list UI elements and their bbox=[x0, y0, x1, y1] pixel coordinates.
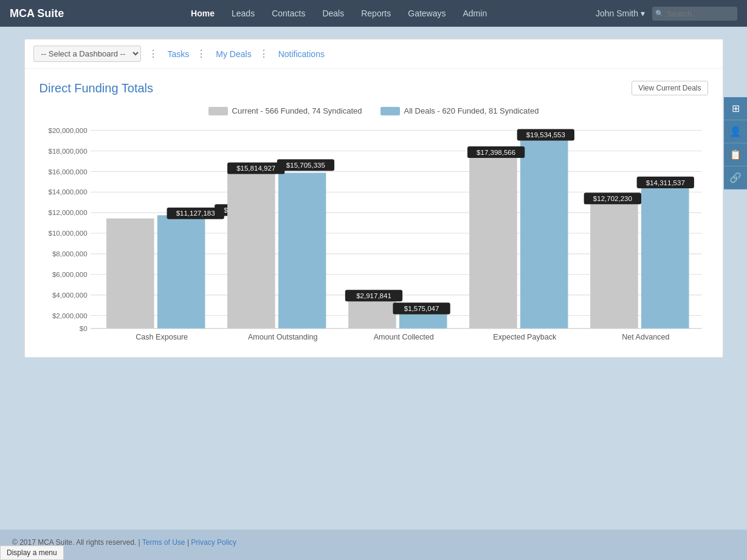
svg-text:$10,000,000: $10,000,000 bbox=[48, 230, 87, 237]
nav-item-admin[interactable]: Admin bbox=[463, 8, 487, 19]
xlabel-outstanding: Amount Outstanding bbox=[247, 333, 317, 341]
bar-cash-exposure-current bbox=[106, 219, 154, 329]
user-dropdown-icon: ▾ bbox=[641, 9, 645, 18]
sidebar-dashboard-button[interactable]: ⊞ bbox=[724, 97, 747, 120]
view-current-deals-button[interactable]: View Current Deals bbox=[632, 81, 707, 95]
label-collected-all: $1,575,047 bbox=[404, 305, 439, 312]
privacy-policy-link[interactable]: Privacy Policy bbox=[191, 538, 236, 547]
legend-all-label: All Deals - 620 Funded, 81 Syndicated bbox=[404, 106, 539, 115]
nav-item-gateways[interactable]: Gateways bbox=[408, 8, 446, 19]
svg-text:$14,000,000: $14,000,000 bbox=[48, 188, 87, 196]
label-payback-all: $19,534,553 bbox=[526, 131, 565, 138]
panel-toolbar: -- Select a Dashboard -- ⋮ Tasks ⋮ My De… bbox=[25, 39, 723, 69]
chart-section: Direct Funding Totals View Current Deals… bbox=[25, 69, 723, 357]
nav-link-gateways[interactable]: Gateways bbox=[408, 9, 446, 18]
bar-chart-svg: $20,000,000 $18,000,000 $16,000,000 $14,… bbox=[40, 124, 708, 343]
tasks-link[interactable]: Tasks bbox=[168, 49, 190, 59]
bar-chart-wrapper: $20,000,000 $18,000,000 $16,000,000 $14,… bbox=[40, 124, 708, 343]
bar-advanced-all bbox=[641, 186, 689, 329]
xlabel-collected: Amount Collected bbox=[373, 333, 433, 341]
dashboard-options-button[interactable]: ⋮ bbox=[146, 47, 160, 61]
label-advanced-current: $12,702,230 bbox=[593, 195, 632, 202]
xlabel-payback: Expected Payback bbox=[493, 333, 557, 341]
my-deals-options-button[interactable]: ⋮ bbox=[256, 47, 271, 61]
nav-item-contacts[interactable]: Contacts bbox=[272, 8, 305, 19]
legend-current-swatch bbox=[208, 107, 228, 115]
svg-text:$0: $0 bbox=[79, 325, 87, 332]
bar-outstanding-current bbox=[227, 171, 275, 328]
footer-separator: | bbox=[187, 538, 189, 547]
svg-text:$20,000,000: $20,000,000 bbox=[48, 127, 87, 134]
xlabel-advanced: Net Advanced bbox=[622, 333, 669, 341]
bar-payback-current bbox=[469, 156, 517, 329]
svg-text:$4,000,000: $4,000,000 bbox=[52, 292, 87, 299]
nav-links: Home Leads Contacts Deals Reports Gatewa… bbox=[82, 8, 596, 19]
sidebar-contacts-button[interactable]: 👤 bbox=[724, 120, 747, 143]
svg-text:$12,000,000: $12,000,000 bbox=[48, 209, 87, 216]
svg-text:$6,000,000: $6,000,000 bbox=[52, 271, 87, 278]
bar-cash-exposure-all bbox=[157, 215, 205, 328]
legend-current: Current - 566 Funded, 74 Syndicated bbox=[208, 106, 362, 115]
xlabel-cash: Cash Exposure bbox=[136, 333, 188, 341]
nav-link-admin[interactable]: Admin bbox=[463, 9, 487, 18]
gateway-icon: 🔗 bbox=[729, 172, 742, 183]
username: John Smith bbox=[596, 9, 638, 18]
bar-payback-all bbox=[520, 135, 568, 329]
nav-link-leads[interactable]: Leads bbox=[232, 9, 255, 18]
nav-item-home[interactable]: Home bbox=[191, 8, 215, 19]
legend-all-swatch bbox=[380, 107, 400, 115]
sidebar-gateway-button[interactable]: 🔗 bbox=[724, 166, 747, 190]
contacts-icon: 👤 bbox=[729, 126, 742, 137]
svg-text:$2,000,000: $2,000,000 bbox=[52, 312, 87, 319]
bar-advanced-current bbox=[590, 202, 638, 329]
dashboard-panel: -- Select a Dashboard -- ⋮ Tasks ⋮ My De… bbox=[24, 39, 723, 358]
main-content: -- Select a Dashboard -- ⋮ Tasks ⋮ My De… bbox=[0, 27, 747, 530]
search-wrap bbox=[652, 7, 737, 21]
nav-link-deals[interactable]: Deals bbox=[322, 9, 344, 18]
bar-collected-all bbox=[399, 313, 447, 328]
label-outstanding-all: $15,705,335 bbox=[286, 162, 325, 169]
label-outstanding-current: $15,814,927 bbox=[236, 165, 275, 172]
nav-item-leads[interactable]: Leads bbox=[232, 8, 255, 19]
nav-link-reports[interactable]: Reports bbox=[361, 9, 391, 18]
chart-header: Direct Funding Totals View Current Deals bbox=[40, 81, 708, 95]
dashboard-select[interactable]: -- Select a Dashboard -- bbox=[33, 46, 141, 62]
svg-text:$8,000,000: $8,000,000 bbox=[52, 250, 87, 258]
dashboard-icon: ⊞ bbox=[732, 103, 740, 114]
reports-icon: 📋 bbox=[729, 149, 742, 160]
chart-legend: Current - 566 Funded, 74 Syndicated All … bbox=[40, 106, 708, 115]
svg-text:$16,000,000: $16,000,000 bbox=[48, 168, 87, 176]
sidebar-reports-button[interactable]: 📋 bbox=[724, 143, 747, 166]
label-collected-current: $2,917,841 bbox=[356, 292, 391, 299]
app-brand: MCA Suite bbox=[10, 7, 64, 20]
label-advanced-all: $14,311,537 bbox=[645, 179, 684, 186]
nav-link-home[interactable]: Home bbox=[191, 9, 215, 18]
right-sidebar: ⊞ 👤 📋 🔗 bbox=[724, 97, 747, 190]
label-cash-current: $11,127,183 bbox=[176, 210, 215, 217]
bar-outstanding-all bbox=[278, 172, 326, 328]
my-deals-link[interactable]: My Deals bbox=[216, 49, 251, 59]
navbar-right: John Smith ▾ bbox=[596, 7, 737, 21]
user-menu[interactable]: John Smith ▾ bbox=[596, 9, 645, 18]
legend-all: All Deals - 620 Funded, 81 Syndicated bbox=[380, 106, 539, 115]
nav-link-contacts[interactable]: Contacts bbox=[272, 9, 305, 18]
svg-text:$18,000,000: $18,000,000 bbox=[48, 148, 87, 155]
search-input[interactable] bbox=[652, 7, 737, 21]
legend-current-label: Current - 566 Funded, 74 Syndicated bbox=[232, 106, 362, 115]
footer: © 2017 MCA Suite. All rights reserved. |… bbox=[0, 530, 747, 555]
bottom-tooltip-label: Display a menu bbox=[7, 548, 57, 557]
navbar: MCA Suite Home Leads Contacts Deals Repo… bbox=[0, 0, 747, 27]
chart-title: Direct Funding Totals bbox=[40, 81, 154, 95]
label-payback-current: $17,398,566 bbox=[477, 149, 515, 156]
notifications-link[interactable]: Notifications bbox=[278, 49, 325, 59]
bar-collected-current bbox=[348, 299, 396, 329]
tasks-options-button[interactable]: ⋮ bbox=[194, 47, 208, 61]
nav-item-reports[interactable]: Reports bbox=[361, 8, 391, 19]
nav-item-deals[interactable]: Deals bbox=[322, 8, 344, 19]
bottom-tooltip: Display a menu bbox=[0, 545, 64, 560]
terms-of-use-link[interactable]: Terms of Use bbox=[142, 538, 185, 547]
